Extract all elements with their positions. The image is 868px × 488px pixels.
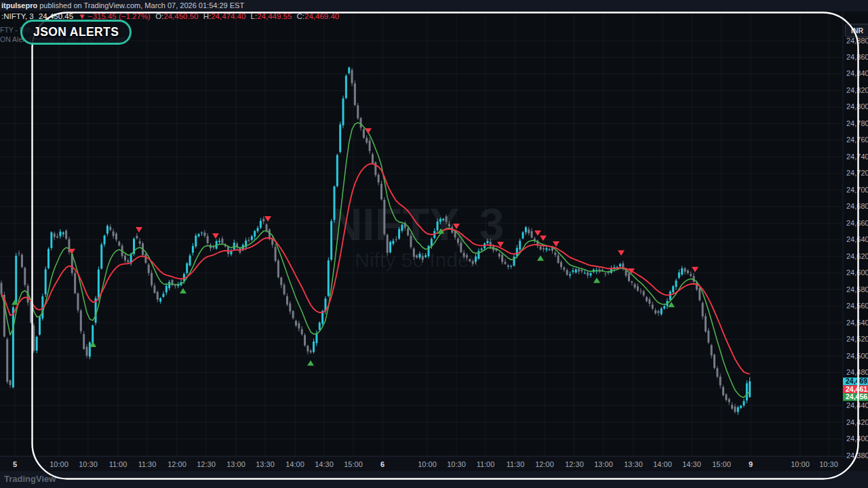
- buy-signal-icon: [12, 300, 18, 305]
- symbol-name: :NIFTY, 3: [1, 12, 34, 20]
- publisher-name: itpulsepro: [1, 1, 37, 9]
- candles: [1, 66, 751, 415]
- buy-signal-icon: [593, 277, 600, 283]
- price-change: ▼ −315.45 (−1.27%): [78, 12, 151, 20]
- low-label: L:: [251, 12, 258, 20]
- sell-signal-icon: [534, 230, 541, 236]
- publisher-text: published on TradingView.com, March 07, …: [37, 1, 244, 9]
- buy-signal-icon: [180, 288, 186, 293]
- sell-signal-icon: [136, 227, 142, 232]
- sell-signal-icon: [540, 236, 547, 241]
- price-axis[interactable]: [843, 12, 868, 456]
- sell-signal-icon: [692, 267, 698, 272]
- open-label: O:: [155, 12, 163, 20]
- low-value: 24,449.55: [257, 12, 292, 20]
- close-label: C:: [297, 12, 305, 20]
- symbol-info-row: :NIFTY, 3 24,450.45 ▼ −315.45 (−1.27%) O…: [1, 12, 342, 21]
- sell-signal-icon: [365, 128, 372, 134]
- ma-slow-line: [1, 164, 750, 374]
- tradingview-snapshot: NIFTY, 3 Nifty 50 Index TradingView INR …: [0, 0, 868, 488]
- json-alerts-badge: JSON ALERTS: [20, 20, 132, 45]
- close-value: 24,469.40: [304, 12, 339, 20]
- grid: [0, 12, 843, 456]
- price-chart[interactable]: 24,880.24,860.24,840.24,820.24,800.24,78…: [0, 0, 868, 488]
- signal-markers: [12, 128, 698, 365]
- sell-signal-icon: [212, 233, 219, 239]
- last-price: 24,450.45: [39, 12, 73, 20]
- publisher-strip: itpulsepro published on TradingView.com,…: [0, 0, 868, 12]
- high-label: H:: [203, 12, 212, 20]
- time-axis[interactable]: [0, 456, 843, 471]
- sell-signal-icon: [553, 241, 559, 247]
- high-value: 24,474.40: [211, 12, 245, 20]
- buy-signal-icon: [307, 361, 314, 366]
- sell-signal-icon: [453, 224, 460, 229]
- sell-signal-icon: [618, 250, 625, 256]
- open-value: 24,450.50: [163, 12, 198, 20]
